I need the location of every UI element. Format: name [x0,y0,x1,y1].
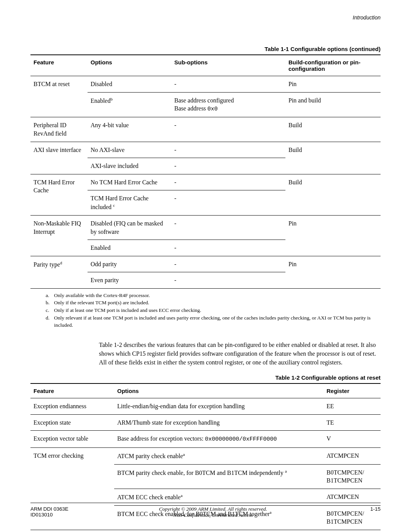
body-paragraph: Table 1-2 describes the various features… [99,340,381,367]
table2-header-row: Feature Options Register [30,383,381,398]
footnote-c: c.Only if at least one TCM port is inclu… [46,307,381,314]
th-subopts: Sub-options [171,55,285,76]
cell-option: Enabledb [88,92,171,117]
cell-build: Pin and build [285,92,381,117]
table-row: Non-Maskable FIQ Interrupt Disabled (FIQ… [30,215,381,240]
table-row: Exception state ARM/Thumb state for exce… [30,414,381,431]
cell-option: ATCM parity check enablea [114,447,323,464]
cell-register: B0TCMPCEN/ B1TCMPCEN [323,464,381,489]
th-register: Register [323,383,381,398]
cell-option: Enabled [88,240,171,256]
cell-subopt: Base address configured Base address 0x0 [171,92,285,117]
cell-option: BTCM parity check enable, for B0TCM and … [114,464,323,489]
footnote-ref: a [285,469,287,473]
cell-register: ATCMPCEN [323,447,381,464]
footnote-ref: a [183,452,185,457]
cell-feature: Non-Maskable FIQ Interrupt [30,215,88,256]
table1-footnotes: a.Only available with the Cortex-R4F pro… [46,292,381,329]
th-feature: Feature [30,383,114,398]
cell-feature: Exception endianness [30,398,114,415]
footnote-ref: a [181,493,183,498]
cell-option: Disabled [88,76,171,93]
footer-left: ARM DDI 0363E ID013010 [30,506,68,518]
table-row: Exception endianness Little-endian/big-e… [30,398,381,415]
cell-option: Even parity [88,272,171,289]
cell-build: Build [285,117,381,142]
footnote-b: b.Only if the relevant TCM port(s) are i… [46,299,381,307]
table-row: AXI slave interface No AXI-slave - Build [30,142,381,158]
cell-option: ARM/Thumb state for exception handling [114,414,323,431]
footer-page-number: 1-15 [358,506,381,512]
table-row: TCM error checking ATCM parity check ena… [30,447,381,464]
cell-build: Pin [285,256,381,288]
cell-feature: Parity typed [30,256,88,288]
cell-feature: Exception vector table [30,431,114,447]
cell-option: Any 4-bit value [88,117,171,142]
footnote-ref: d [60,260,62,265]
table-row: TCM Hard Error Cache No TCM Hard Error C… [30,174,381,190]
cell-subopt: - [171,117,285,142]
cell-subopt: - [171,240,285,256]
cell-subopt: - [171,215,285,240]
cell-subopt: - [171,76,285,93]
cell-register: V [323,431,381,447]
page-footer: ARM DDI 0363E ID013010 Copyright © 2009 … [30,503,381,518]
table-row: BTCM at reset Disabled - Pin [30,76,381,93]
footer-center: Copyright © 2009 ARM Limited. All rights… [68,506,358,518]
th-build: Build-configuration or pin-configuration [285,55,381,76]
cell-register: TE [323,414,381,431]
cell-subopt: - [171,272,285,289]
th-options: Options [88,55,171,76]
cell-option: AXI-slave included [88,158,171,174]
cell-option: No TCM Hard Error Cache [88,174,171,190]
cell-subopt: - [171,142,285,158]
table-row: Exception vector table Base address for … [30,431,381,447]
table1-caption: Table 1-1 Configurable options (continue… [30,46,381,52]
table1-header-row: Feature Options Sub-options Build-config… [30,55,381,76]
table-1-1: Feature Options Sub-options Build-config… [30,54,381,289]
running-header: Introduction [353,14,381,21]
cell-build: Build [285,142,381,174]
cell-option: Disabled (FIQ can be masked by software [88,215,171,240]
cell-build: Pin [285,215,381,256]
cell-option: Odd parity [88,256,171,272]
cell-subopt: - [171,190,285,216]
cell-feature: BTCM at reset [30,76,88,117]
cell-option: Base address for exception vectors: 0x00… [114,431,323,447]
cell-feature: TCM Hard Error Cache [30,174,88,215]
page: Introduction Table 1-1 Configurable opti… [0,0,411,532]
cell-subopt: - [171,158,285,174]
cell-register: EE [323,398,381,415]
cell-build: Build [285,174,381,215]
th-options: Options [114,383,323,398]
cell-build: Pin [285,76,381,93]
footnote-ref: b [110,97,113,101]
table-row: Peripheral ID RevAnd field Any 4-bit val… [30,117,381,142]
footnote-ref: c [113,203,115,208]
table2-caption: Table 1-2 Configurable options at reset [30,374,381,381]
cell-option: No AXI-slave [88,142,171,158]
cell-feature: Exception state [30,414,114,431]
cell-option: TCM Hard Error Cache included c [88,190,171,216]
cell-subopt: - [171,256,285,272]
footnote-d: d.Only relevant if at least one TCM port… [46,314,381,329]
table-row: Parity typed Odd parity - Pin [30,256,381,272]
th-feature: Feature [30,55,88,76]
cell-option: Little-endian/big-endian data for except… [114,398,323,415]
footnote-a: a.Only available with the Cortex-R4F pro… [46,292,381,299]
cell-subopt: - [171,174,285,190]
cell-feature: AXI slave interface [30,142,88,174]
cell-feature: Peripheral ID RevAnd field [30,117,88,142]
